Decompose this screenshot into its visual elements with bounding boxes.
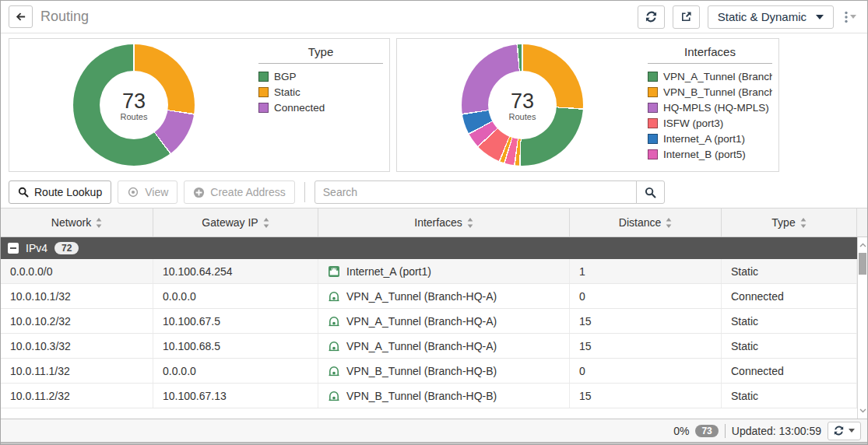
interfaces-donut-wrap: 73 Routes — [397, 39, 648, 171]
network-cell: 10.0.11.1/32 — [1, 359, 153, 383]
legend-item[interactable]: HQ-MPLS (HQ-MPLS) — [648, 102, 772, 114]
more-menu-button[interactable] — [842, 11, 859, 23]
table-row[interactable]: 10.0.11.2/32 10.100.67.13 VPN_B_Tunnel (… — [1, 384, 857, 408]
external-link-icon — [680, 11, 692, 23]
legend-swatch — [258, 72, 269, 82]
legend-label: HQ-MPLS (HQ-MPLS) — [663, 102, 769, 114]
type-cell: Connected — [722, 284, 857, 308]
column-header-network[interactable]: Network — [1, 208, 153, 237]
column-header-distance[interactable]: Distance — [570, 208, 722, 237]
chevron-down-icon — [850, 15, 856, 19]
route-view-mode-value: Static & Dynamic — [718, 10, 807, 23]
interface-cell: VPN_A_Tunnel (Branch-HQ-A) — [318, 309, 570, 333]
chevron-up-icon[interactable] — [858, 240, 867, 251]
chevron-down-icon[interactable] — [858, 405, 867, 416]
interface-label: VPN_B_Tunnel (Branch-HQ-B) — [346, 390, 497, 402]
legend-swatch — [648, 118, 658, 128]
gateway-ip-cell: 10.100.68.5 — [153, 334, 318, 358]
tunnel-icon — [328, 290, 340, 303]
column-label: Network — [51, 216, 91, 229]
legend-label: Static — [274, 86, 300, 98]
legend-swatch — [648, 72, 658, 82]
column-header-type[interactable]: Type — [722, 208, 857, 237]
scrollbar-thumb[interactable] — [859, 253, 866, 275]
search-input[interactable] — [315, 180, 637, 204]
sort-arrows-icon — [467, 218, 473, 228]
column-label: Type — [771, 216, 795, 229]
ipv4-group-row[interactable]: IPv4 72 — [1, 237, 857, 259]
top-bar: Routing Static & Dynamic — [1, 1, 867, 33]
gateway-ip-cell: 10.100.64.254 — [153, 259, 318, 283]
legend-swatch — [648, 134, 658, 144]
distance-cell: 15 — [570, 334, 722, 358]
legend-item[interactable]: Static — [258, 86, 383, 98]
column-header-interfaces[interactable]: Interfaces — [318, 208, 570, 237]
interfaces-routes-label: Routes — [509, 112, 536, 121]
column-header-spacer — [857, 208, 867, 237]
refresh-button[interactable] — [638, 5, 665, 29]
legend-item[interactable]: ISFW (port3) — [648, 117, 772, 129]
tunnel-icon — [328, 315, 340, 328]
interfaces-donut-chart[interactable]: 73 Routes — [462, 44, 583, 166]
legend-item[interactable]: Internet_B (port5) — [648, 149, 772, 160]
load-percent: 0% — [673, 425, 689, 437]
table-row[interactable]: 10.0.10.3/32 10.100.68.5 VPN_A_Tunnel (B… — [1, 334, 857, 359]
refresh-icon — [645, 11, 657, 23]
create-address-label: Create Address — [210, 186, 286, 198]
table-row[interactable]: 0.0.0.0/0 10.100.64.254 Internet_A (port… — [1, 259, 857, 284]
distance-cell: 1 — [570, 259, 722, 283]
interface-cell: VPN_A_Tunnel (Branch-HQ-A) — [318, 284, 570, 308]
interface-label: VPN_A_Tunnel (Branch-HQ-A) — [346, 315, 497, 328]
table-scrollbar[interactable] — [857, 237, 867, 419]
back-button[interactable] — [9, 5, 33, 28]
toolbar-divider — [304, 182, 305, 202]
arrow-left-icon — [15, 11, 26, 23]
network-cell: 0.0.0.0/0 — [1, 259, 153, 283]
column-header-gateway-ip[interactable]: Gateway IP — [153, 208, 318, 237]
legend-swatch — [258, 103, 269, 113]
table-row[interactable]: 10.0.10.1/32 0.0.0.0 VPN_A_Tunnel (Branc… — [1, 284, 857, 309]
type-donut-chart[interactable]: 73 Routes — [73, 44, 195, 166]
legend-item[interactable]: Internet_A (port1) — [648, 133, 772, 145]
legend-item[interactable]: BGP — [258, 71, 383, 82]
chevron-down-icon — [849, 429, 855, 433]
legend-swatch — [648, 149, 658, 159]
search-button[interactable] — [636, 180, 665, 204]
chevron-down-icon — [816, 15, 824, 19]
footer-refresh-button[interactable] — [828, 422, 861, 440]
search-box — [315, 180, 665, 204]
interface-label: VPN_A_Tunnel (Branch-HQ-A) — [346, 340, 497, 352]
legend-label: Internet_A (port1) — [663, 133, 745, 145]
open-in-new-button[interactable] — [673, 5, 700, 29]
status-bar: 0% 73 Updated: 13:00:59 — [1, 419, 867, 442]
tunnel-icon — [328, 365, 340, 377]
routes-by-interface-panel: 73 Routes Interfaces VPN_A_Tunnel (Branc… — [396, 38, 779, 172]
route-view-mode-dropdown[interactable]: Static & Dynamic — [708, 5, 834, 29]
minus-square-icon[interactable] — [8, 243, 19, 254]
distance-cell: 15 — [570, 384, 722, 408]
table-row[interactable]: 10.0.10.2/32 10.100.67.5 VPN_A_Tunnel (B… — [1, 309, 857, 334]
interfaces-legend: Interfaces VPN_A_Tunnel (Branch-... VPN_… — [648, 39, 778, 171]
type-cell: Static — [722, 384, 857, 408]
create-address-button[interactable]: Create Address — [184, 180, 295, 204]
legend-label: BGP — [274, 71, 297, 82]
view-label: View — [145, 186, 168, 198]
legend-swatch — [258, 87, 269, 97]
distance-cell: 0 — [570, 284, 722, 308]
plus-circle-icon — [193, 187, 205, 198]
legend-item[interactable]: VPN_B_Tunnel (Branch-... — [648, 86, 772, 98]
route-lookup-button[interactable]: Route Lookup — [9, 180, 111, 204]
table-header: Network Gateway IP Interfaces Distance T… — [1, 208, 867, 237]
table-toolbar: Route Lookup View Create Address — [1, 177, 867, 208]
view-button[interactable]: View — [118, 180, 177, 204]
distance-cell: 0 — [570, 359, 722, 383]
sort-arrows-icon — [263, 218, 269, 228]
legend-swatch — [648, 103, 658, 113]
interface-label: VPN_A_Tunnel (Branch-HQ-A) — [346, 290, 497, 303]
interface-cell: Internet_A (port1) — [318, 259, 570, 283]
legend-item[interactable]: Connected — [258, 102, 383, 114]
legend-swatch — [648, 87, 658, 97]
table-row[interactable]: 10.0.11.1/32 0.0.0.0 VPN_B_Tunnel (Branc… — [1, 359, 857, 384]
window-bottom-edge — [1, 442, 867, 445]
legend-item[interactable]: VPN_A_Tunnel (Branch-... — [648, 71, 772, 82]
